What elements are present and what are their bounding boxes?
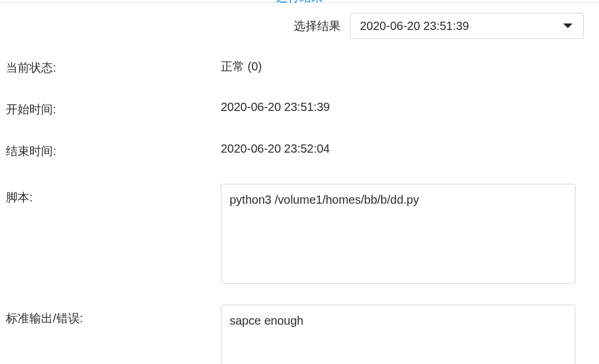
result-dropdown[interactable]: 2020-06-20 23:51:39 (350, 13, 584, 39)
start-time-label: 开始时间: (6, 100, 221, 117)
result-selector-label: 选择结果 (294, 18, 341, 34)
dialog-title: 运行结果 (276, 0, 323, 5)
script-value: python3 /volume1/homes/bb/b/dd.py (230, 193, 419, 206)
content-area: 选择结果 2020-06-20 23:51:39 当前状态: 正常 (0) 开始… (0, 5, 599, 364)
script-label: 脚本: (6, 184, 221, 205)
output-box[interactable]: sapce enough (221, 305, 576, 364)
status-label: 当前状态: (6, 59, 221, 76)
output-label: 标准输出/错误: (6, 305, 221, 326)
script-row: 脚本: python3 /volume1/homes/bb/b/dd.py (6, 184, 593, 284)
status-value: 正常 (0) (221, 59, 262, 75)
end-time-value: 2020-06-20 23:52:04 (221, 142, 330, 156)
output-value: sapce enough (230, 314, 304, 327)
status-row: 当前状态: 正常 (0) (6, 59, 593, 76)
end-time-row: 结束时间: 2020-06-20 23:52:04 (6, 142, 593, 159)
end-time-label: 结束时间: (6, 142, 221, 159)
script-box[interactable]: python3 /volume1/homes/bb/b/dd.py (221, 184, 576, 284)
title-bar: 运行结果 (0, 0, 599, 5)
result-dropdown-value: 2020-06-20 23:51:39 (360, 19, 469, 33)
chevron-down-icon (563, 23, 573, 28)
start-time-value: 2020-06-20 23:51:39 (221, 100, 330, 114)
result-selector-row: 选择结果 2020-06-20 23:51:39 (6, 13, 593, 39)
start-time-row: 开始时间: 2020-06-20 23:51:39 (6, 100, 593, 117)
output-row: 标准输出/错误: sapce enough (6, 305, 593, 364)
